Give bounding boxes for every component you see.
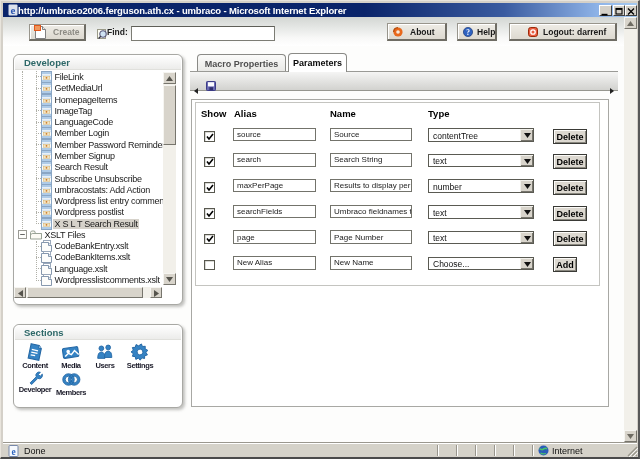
svg-text:?: ? bbox=[466, 27, 470, 36]
svg-text:e: e bbox=[11, 4, 16, 16]
svg-text:e: e bbox=[11, 447, 15, 457]
